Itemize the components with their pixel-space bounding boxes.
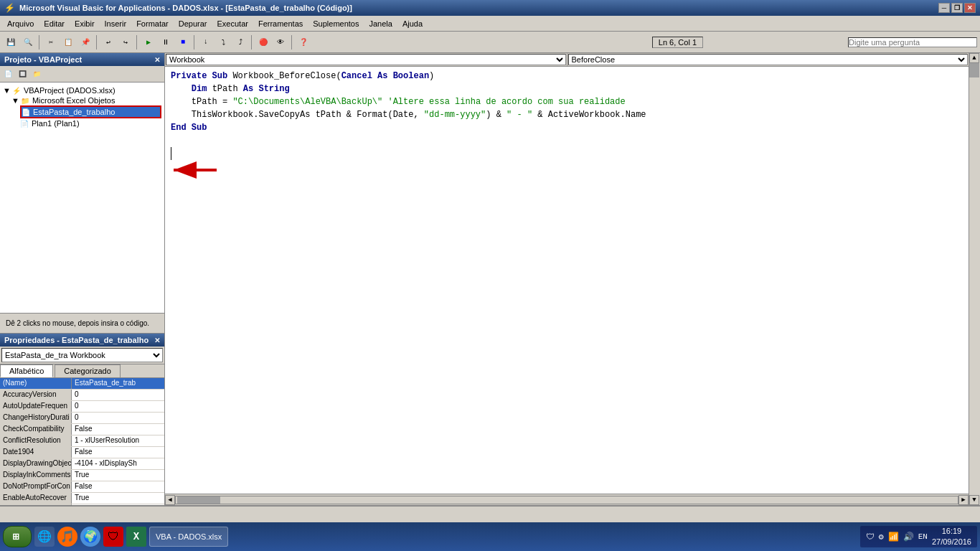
menu-suplementos[interactable]: Suplementos [308, 18, 363, 29]
toolbar-stop[interactable]: ■ [175, 34, 191, 50]
props-row[interactable]: CheckCompatibilityFalse [0, 424, 164, 435]
prop-name: Date1904 [0, 447, 72, 458]
prop-name: (Name) [0, 378, 72, 389]
minimize-button[interactable]: ─ [938, 3, 950, 13]
taskbar-vba-item[interactable]: VBA - DADOS.xlsx [149, 527, 228, 547]
file-icon-esta-pasta: 📄 [22, 108, 30, 116]
props-row[interactable]: EncryptionProvider [0, 504, 164, 505]
prop-value [72, 504, 164, 505]
props-object-dropdown[interactable]: EstaPasta_de_tra Workbook [1, 348, 163, 362]
prop-name: AutoUpdateFrequen [0, 401, 72, 412]
menu-executar[interactable]: Executar [213, 18, 253, 29]
props-row[interactable]: ChangeHistoryDurati0 [0, 413, 164, 424]
expand-vbaproject[interactable]: ▼ [3, 86, 11, 95]
prop-name: DisplayInkComments [0, 470, 72, 481]
code-object-dropdown[interactable]: Workbook [166, 54, 566, 65]
main-content: Projeto - VBAProject ✕ 📄 🔲 📁 ▼ ⚡ VBAProj… [0, 53, 980, 505]
code-editor[interactable]: Private Sub Workbook_BeforeClose(Cancel … [165, 67, 969, 494]
taskbar-icon-antivirus[interactable]: 🛡 [103, 527, 123, 547]
restore-button[interactable]: ❐ [951, 3, 963, 13]
project-hint: Dê 2 clicks no mouse, depois insira o có… [0, 313, 164, 333]
toolbar-sep6 [291, 35, 293, 50]
props-row[interactable]: DisplayInkCommentsTrue [0, 470, 164, 481]
props-row[interactable]: AccuracyVersion0 [0, 390, 164, 401]
tree-esta-pasta[interactable]: 📄 EstaPasta_de_trabalho [20, 105, 161, 118]
project-close-icon[interactable]: ✕ [154, 56, 160, 64]
code-hscrollbar[interactable]: ◀ ▶ [165, 494, 969, 505]
titlebar-text: Microsoft Visual Basic for Applications … [19, 4, 352, 12]
taskbar-icon-excel[interactable]: X [126, 527, 146, 547]
expand-excel-objects[interactable]: ▼ [11, 96, 19, 105]
menu-depurar[interactable]: Depurar [174, 18, 212, 29]
project-toggle-folders[interactable]: 📁 [30, 67, 43, 80]
toolbar-run[interactable]: ▶ [141, 34, 156, 50]
toolbar-help[interactable]: ❓ [296, 34, 311, 50]
props-row[interactable]: DoNotPromptForConFalse [0, 481, 164, 493]
tab-categorized[interactable]: Categorizado [55, 364, 120, 377]
start-button[interactable]: ⊞ [3, 526, 32, 547]
prop-value: False [72, 424, 164, 435]
folder-icon: 📁 [21, 97, 29, 105]
project-view-object[interactable]: 🔲 [16, 67, 29, 80]
left-panels: Projeto - VBAProject ✕ 📄 🔲 📁 ▼ ⚡ VBAProj… [0, 53, 165, 505]
tree-excel-objects[interactable]: ▼ 📁 Microsoft Excel Objetos [11, 95, 161, 105]
toolbar-step-into[interactable]: ↓ [198, 34, 214, 50]
scroll-left-btn[interactable]: ◀ [165, 495, 175, 505]
menu-janela[interactable]: Janela [365, 18, 397, 29]
props-row[interactable]: (Name)EstaPasta_de_trab [0, 378, 164, 390]
menu-formatar[interactable]: Formatar [132, 18, 173, 29]
question-input[interactable] [848, 37, 977, 47]
menu-exibir[interactable]: Exibir [70, 18, 99, 29]
menu-ferramentas[interactable]: Ferramentas [254, 18, 307, 29]
toolbar-pause[interactable]: ⏸ [158, 34, 174, 50]
menu-arquivo[interactable]: Arquivo [3, 18, 38, 29]
toolbar-undo[interactable]: ↩ [100, 34, 116, 50]
vscroll-thumb[interactable] [969, 63, 979, 77]
app-icon: ⚡ [4, 3, 15, 13]
toolbar-save[interactable]: 💾 [3, 34, 19, 50]
scroll-right-btn[interactable]: ▶ [958, 495, 969, 505]
props-row[interactable]: Date1904False [0, 447, 164, 458]
clock-date: 27/09/2016 [932, 537, 971, 547]
toolbar-search[interactable]: 🔍 [20, 34, 36, 50]
code-line-6 [171, 134, 963, 147]
titlebar-left: ⚡ Microsoft Visual Basic for Application… [4, 3, 352, 13]
vscroll-track[interactable] [969, 63, 980, 495]
project-view-code[interactable]: 📄 [1, 67, 14, 80]
code-procedure-dropdown[interactable]: BeforeClose [568, 54, 969, 65]
cursor-position: Ln 6, Col 1 [652, 37, 703, 48]
props-row[interactable]: ConflictResolution1 - xlUserResolution [0, 435, 164, 447]
taskbar-icon-browser[interactable]: 🌍 [80, 527, 100, 547]
scroll-down-btn[interactable]: ▼ [969, 495, 979, 505]
toolbar-breakpoint[interactable]: 🔴 [255, 34, 271, 50]
taskbar-icon-globe[interactable]: 🌐 [34, 527, 55, 547]
hscroll-thumb[interactable] [177, 496, 220, 504]
menu-ajuda[interactable]: Ajuda [398, 18, 427, 29]
taskbar-icon-media[interactable]: 🎵 [57, 527, 77, 547]
props-tabs: Alfabético Categorizado [0, 364, 164, 378]
menu-editar[interactable]: Editar [39, 18, 69, 29]
menu-inserir[interactable]: Inserir [100, 18, 131, 29]
toolbar-step-out[interactable]: ⤴ [232, 34, 248, 50]
scroll-up-btn[interactable]: ▲ [969, 53, 979, 63]
hscroll-track[interactable] [175, 496, 958, 504]
prop-value: 1 - xlUserResolution [72, 435, 164, 446]
toolbar-copy[interactable]: 📋 [60, 34, 76, 50]
toolbar-redo[interactable]: ↪ [118, 34, 133, 50]
toolbar-step-over[interactable]: ⤵ [215, 34, 231, 50]
tab-alphabetic[interactable]: Alfabético [0, 364, 53, 377]
toolbar-watch[interactable]: 👁 [273, 34, 288, 50]
props-row[interactable]: EnableAutoRecoverTrue [0, 493, 164, 504]
properties-panel: Propriedades - EstaPasta_de_trabalho ✕ E… [0, 333, 165, 505]
prop-value: 0 [72, 401, 164, 412]
props-table: (Name)EstaPasta_de_trabAccuracyVersion0A… [0, 378, 164, 505]
tree-vbaproject[interactable]: ▼ ⚡ VBAProject (DADOS.xlsx) [3, 85, 161, 95]
toolbar-paste[interactable]: 📌 [77, 34, 93, 50]
close-button[interactable]: ✕ [964, 3, 976, 13]
code-vscrollbar: ▲ ▼ [969, 53, 980, 505]
tree-plan1[interactable]: 📄 Plan1 (Plan1) [20, 118, 161, 128]
props-row[interactable]: AutoUpdateFrequen0 [0, 401, 164, 413]
props-row[interactable]: DisplayDrawingObjec-4104 - xlDisplaySh [0, 458, 164, 470]
toolbar-cut[interactable]: ✂ [43, 34, 59, 50]
props-close-icon[interactable]: ✕ [154, 336, 160, 344]
